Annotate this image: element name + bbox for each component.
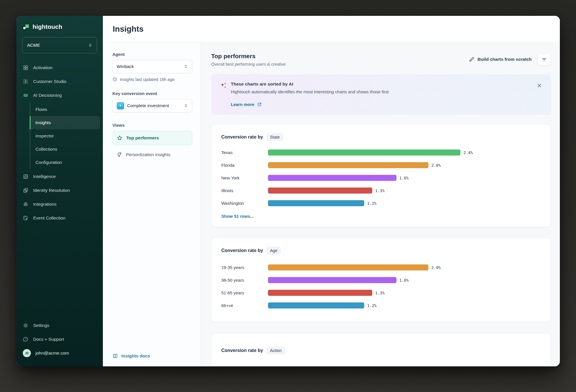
bar-label: New York: [221, 175, 268, 180]
view-top-performers[interactable]: Top performers: [112, 131, 192, 145]
content-area: Top performers Overall best performing u…: [201, 42, 560, 366]
bar-chart: Texas 2.4% Florida 2.0% New York 1.6%: [221, 149, 541, 206]
bar-label: 51-65 years: [221, 290, 268, 295]
bar-label: Florida: [221, 163, 268, 168]
lightbulb-icon: [116, 152, 122, 158]
bar-label: 66+ve: [221, 303, 268, 308]
chart-card-state: Conversion rate by State Texas 2.4% Flor…: [211, 124, 551, 227]
view-personalization-insights[interactable]: Personlization insights: [112, 147, 192, 162]
workspace-name: ACME: [27, 43, 40, 48]
bar-value: 1.2%: [367, 303, 377, 308]
event-value: Complete investment: [127, 103, 169, 108]
sidebar-item-inspector[interactable]: Inspector: [30, 129, 100, 143]
chart-card-age: Conversion rate by Age 19-35 years 2.0% …: [211, 238, 551, 322]
chart-title: Conversion rate by: [221, 348, 263, 353]
event-collection-icon: [23, 215, 29, 221]
sidebar: hightouch ACME Activation Customer Studi…: [16, 16, 103, 366]
identity-resolution-icon: [23, 188, 29, 193]
hightouch-logo-icon: [23, 23, 30, 30]
topbar: Insights: [103, 16, 560, 42]
bar: [268, 302, 364, 308]
agent-label: Agent: [112, 52, 192, 57]
ai-sorted-banner: These charts are sorted by AI Hightouch …: [211, 74, 551, 115]
learn-more-link[interactable]: Learn more: [231, 102, 262, 107]
gear-icon: [23, 323, 29, 328]
sidebar-item-activation[interactable]: Activation: [16, 61, 103, 75]
agent-select[interactable]: Winback: [112, 60, 192, 73]
sidebar-item-label: Docs + Support: [33, 337, 64, 342]
intelligence-icon: [23, 174, 29, 179]
sidebar-item-label: Integrations: [33, 202, 56, 207]
sidebar-item-label: Intelligence: [33, 174, 56, 179]
chart-filter-button[interactable]: [537, 53, 551, 65]
dimension-chip[interactable]: Age: [267, 247, 281, 255]
bar: [268, 264, 428, 270]
close-icon[interactable]: [535, 82, 543, 90]
main-column: Insights Agent Winback Insights last upd…: [103, 16, 560, 366]
chart-title: Conversion rate by: [221, 248, 263, 253]
sidebar-item-label: Insights: [35, 120, 51, 125]
sidebar-item-label: Inspector: [35, 133, 54, 139]
sidebar-item-configuration[interactable]: Configuration: [30, 156, 100, 169]
view-label: Top performers: [126, 135, 159, 141]
conversion-event-select[interactable]: Complete investment: [112, 99, 192, 112]
bar-row: 51-65 years 1.3%: [221, 290, 541, 296]
sidebar-item-docs-support[interactable]: ? Docs + Support: [16, 332, 103, 346]
bar-label: 19-35 years: [221, 265, 268, 270]
sidebar-item-account[interactable]: JD john@acme.com: [16, 346, 103, 360]
sidebar-item-insights[interactable]: Insights: [30, 116, 100, 129]
sidebar-item-event-collection[interactable]: Event Collection: [16, 211, 103, 225]
app-window: hightouch ACME Activation Customer Studi…: [16, 16, 560, 366]
sidebar-item-identity-resolution[interactable]: Identity Resolution: [16, 183, 103, 197]
sidebar-item-customer-studio[interactable]: Customer Studio: [16, 75, 103, 88]
sidebar-item-settings[interactable]: Settings: [16, 319, 103, 332]
dimension-chip[interactable]: State: [267, 133, 283, 141]
star-icon: [117, 135, 122, 141]
bar-chart: 19-35 years 2.0% 36-50 years 1.6% 51-65 …: [221, 264, 541, 308]
logo: hightouch: [16, 23, 103, 30]
sidebar-item-flows[interactable]: Flows: [30, 103, 100, 116]
workspace-selector[interactable]: ACME: [22, 37, 97, 53]
sidebar-item-label: AI Decisioning: [33, 93, 62, 98]
bar-value: 2.4%: [463, 150, 473, 155]
chevron-updown-icon: [88, 43, 93, 48]
sidebar-footer: Settings ? Docs + Support JD john@acme.c…: [16, 319, 103, 360]
sidebar-item-label: Collections: [35, 147, 57, 152]
avatar: JD: [23, 349, 31, 357]
insights-docs-link[interactable]: Insights docs: [112, 353, 192, 359]
bar-label: Texas: [221, 150, 268, 155]
section-subtitle: Overall best performing users & creative: [211, 62, 286, 67]
external-link-icon: [257, 102, 262, 107]
filter-icon: [541, 57, 547, 62]
chart-title: Conversion rate by: [221, 135, 263, 140]
bar: [268, 162, 428, 168]
sidebar-item-label: Flows: [35, 107, 47, 112]
bar-value: 1.2%: [367, 201, 377, 206]
sidebar-nav: Activation Customer Studio AI Decisionin…: [16, 61, 103, 225]
chart-card-action: Conversion rate by Action: [211, 333, 551, 366]
event-click-icon: [117, 102, 124, 109]
bar-label: Illinois: [221, 188, 268, 193]
sidebar-item-label: Customer Studio: [33, 79, 66, 84]
sidebar-item-collections[interactable]: Collections: [30, 143, 100, 156]
bar: [268, 290, 372, 296]
event-label: Key conversion event: [112, 91, 192, 96]
svg-text:?: ?: [25, 338, 26, 341]
show-rows-link[interactable]: Show 51 rows...: [221, 214, 254, 219]
sidebar-item-label: Activation: [33, 65, 52, 70]
clock-icon: [112, 77, 117, 82]
dimension-chip[interactable]: Action: [267, 346, 285, 355]
views-label: Views: [112, 123, 192, 128]
build-charts-button[interactable]: Build charts from scratch: [469, 57, 532, 62]
user-email: john@acme.com: [35, 351, 69, 356]
sidebar-item-ai-decisioning[interactable]: AI Decisioning: [16, 88, 103, 102]
bar-row: Florida 2.0%: [221, 162, 541, 168]
bar-row: Washington 1.2%: [221, 200, 541, 206]
bar-row: 36-50 years 1.6%: [221, 277, 541, 283]
bar: [268, 188, 372, 194]
bar-label: 36-50 years: [221, 278, 268, 283]
pencil-icon: [469, 57, 474, 62]
view-label: Personlization insights: [126, 152, 170, 157]
sidebar-item-integrations[interactable]: Integrations: [16, 197, 103, 211]
sidebar-item-intelligence[interactable]: Intelligence: [16, 170, 103, 183]
